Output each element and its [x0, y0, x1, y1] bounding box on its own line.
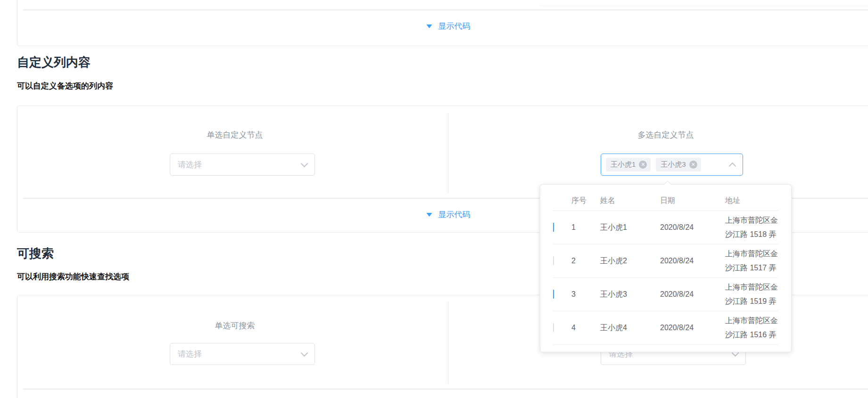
cell-index: 1: [571, 223, 600, 232]
cell-index: 3: [571, 290, 600, 299]
caret-down-icon: [427, 213, 432, 217]
cell-date: 2020/8/24: [660, 290, 725, 299]
selected-tag: 王小虎1: [606, 158, 651, 171]
cell-address: 上海市普陀区金沙江路 1517 弄: [725, 247, 778, 275]
tag-label: 王小虎3: [661, 160, 686, 169]
demo-label-multi-custom: 多选自定义节点: [448, 130, 868, 140]
select-multi-custom[interactable]: 王小虎1 王小虎3: [601, 154, 743, 176]
chevron-up-icon: [729, 162, 736, 170]
docs-page: 显示代码 自定义列内容 可以自定义备选项的列内容 单选自定义节点 请选择 多选自…: [0, 0, 868, 398]
select-dropdown-panel: 序号 姓名 日期 地址 1 王小虎1 2020/8/24 上海市普陀区金沙江路 …: [540, 184, 792, 352]
show-code-label: 显示代码: [438, 209, 471, 220]
row-checkbox[interactable]: [553, 323, 554, 332]
chevron-down-icon: [301, 349, 308, 357]
previous-demo-content-edge: [540, 6, 868, 6]
section-description-custom-columns: 可以自定义备选项的列内容: [17, 81, 113, 92]
cell-index: 2: [571, 257, 600, 265]
dropdown-option-row[interactable]: 2 王小虎2 2020/8/24 上海市普陀区金沙江路 1517 弄: [553, 244, 778, 278]
row-checkbox[interactable]: [553, 290, 554, 299]
select-placeholder: 请选择: [178, 159, 302, 170]
select-placeholder: 请选择: [178, 349, 302, 359]
section-description-searchable: 可以利用搜索功能快速查找选项: [17, 271, 129, 283]
demo-column-divider-2: [448, 301, 448, 384]
cell-address: 上海市普陀区金沙江路 1516 弄: [725, 314, 778, 342]
section-title-custom-columns: 自定义列内容: [17, 55, 91, 70]
cell-date: 2020/8/24: [660, 257, 725, 265]
dropdown-table-body: 1 王小虎1 2020/8/24 上海市普陀区金沙江路 1518 弄 2 王小虎…: [553, 211, 778, 345]
selected-tag: 王小虎3: [656, 158, 701, 171]
cell-address: 上海市普陀区金沙江路 1519 弄: [725, 280, 778, 309]
cell-date: 2020/8/24: [660, 324, 725, 332]
demo-control-divider-1: [23, 9, 868, 10]
row-checkbox-cell: [553, 324, 571, 332]
cell-date: 2020/8/24: [660, 223, 725, 232]
row-checkbox-cell: [553, 290, 571, 299]
column-header-name: 姓名: [600, 196, 660, 206]
row-checkbox-cell: [553, 223, 571, 232]
select-single-search[interactable]: 请选择: [170, 343, 315, 365]
tag-close-icon[interactable]: [639, 161, 647, 169]
caret-down-icon: [427, 24, 432, 28]
column-header-address: 地址: [725, 196, 778, 206]
column-header-date: 日期: [660, 196, 725, 206]
demo-label-single-custom: 单选自定义节点: [19, 130, 450, 140]
tag-label: 王小虎1: [611, 160, 636, 169]
show-code-toggle-2[interactable]: 显示代码: [427, 209, 471, 220]
show-code-toggle-1[interactable]: 显示代码: [427, 21, 471, 32]
dropdown-option-row[interactable]: 3 王小虎3 2020/8/24 上海市普陀区金沙江路 1519 弄: [553, 278, 778, 311]
dropdown-option-row[interactable]: 4 王小虎4 2020/8/24 上海市普陀区金沙江路 1516 弄: [553, 311, 778, 345]
column-header-index: 序号: [571, 196, 600, 206]
row-checkbox[interactable]: [553, 223, 554, 232]
demo-column-divider-1: [448, 113, 448, 193]
tag-close-icon[interactable]: [689, 161, 697, 169]
demo-label-single-search: 单选可搜索: [19, 321, 450, 331]
row-checkbox[interactable]: [553, 256, 554, 265]
select-single-custom[interactable]: 请选择: [170, 154, 315, 176]
dropdown-option-row[interactable]: 1 王小虎1 2020/8/24 上海市普陀区金沙江路 1518 弄: [553, 211, 778, 244]
cell-name: 王小虎4: [600, 323, 660, 333]
dropdown-table-header: 序号 姓名 日期 地址: [553, 191, 778, 211]
cell-name: 王小虎3: [600, 290, 660, 300]
cell-name: 王小虎2: [600, 256, 660, 266]
demo-control-divider-3: [23, 389, 868, 390]
section-title-searchable: 可搜索: [17, 246, 54, 261]
cell-address: 上海市普陀区金沙江路 1518 弄: [725, 213, 778, 242]
cell-name: 王小虎1: [600, 223, 660, 233]
row-checkbox-cell: [553, 257, 571, 265]
dropdown-table: 序号 姓名 日期 地址 1 王小虎1 2020/8/24 上海市普陀区金沙江路 …: [540, 185, 791, 345]
chevron-down-icon: [301, 160, 308, 167]
show-code-label: 显示代码: [438, 21, 471, 32]
cell-index: 4: [571, 324, 600, 332]
